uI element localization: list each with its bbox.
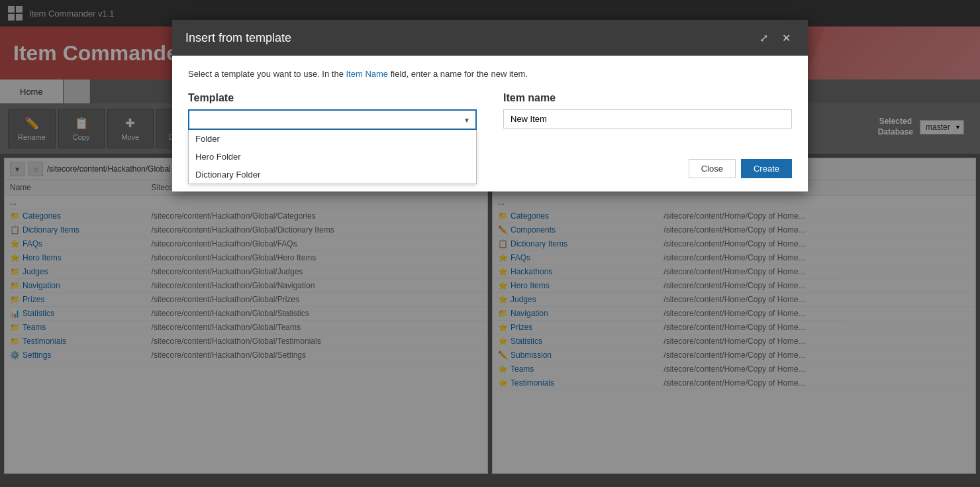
template-field: Template Folder Hero Folder Dictionary F… [188,92,477,130]
template-select-wrap: Folder Hero Folder Dictionary Folder Fol… [188,109,477,130]
modal-body: Select a template you want to use. In th… [172,56,808,159]
dropdown-item-dictionary-folder[interactable]: Dictionary Folder [189,166,476,184]
item-name-label: Item name [503,92,792,104]
modal-title: Insert from template [185,31,291,45]
create-button-modal[interactable]: Create [741,159,792,178]
item-name-link[interactable]: Item Name [346,69,388,79]
modal-close-button[interactable]: ✕ [777,29,795,46]
template-select[interactable]: Folder Hero Folder Dictionary Folder [188,109,477,130]
modal-maximize-button[interactable]: ⤢ [755,29,772,46]
modal-header: Insert from template ⤢ ✕ [172,20,808,56]
template-dropdown-list: Folder Hero Folder Dictionary Folder [188,130,477,184]
dropdown-item-hero-folder[interactable]: Hero Folder [189,148,476,166]
dropdown-item-folder[interactable]: Folder [189,130,476,148]
close-button[interactable]: Close [689,159,736,178]
modal-header-buttons: ⤢ ✕ [755,29,795,46]
insert-from-template-modal: Insert from template ⤢ ✕ Select a templa… [172,20,808,191]
modal-description: Select a template you want to use. In th… [188,69,792,79]
item-name-input[interactable] [503,109,792,129]
item-name-field: Item name [503,92,792,130]
modal-overlay: Insert from template ⤢ ✕ Select a templa… [0,0,980,478]
modal-fields: Template Folder Hero Folder Dictionary F… [188,92,792,130]
template-label: Template [188,92,477,104]
